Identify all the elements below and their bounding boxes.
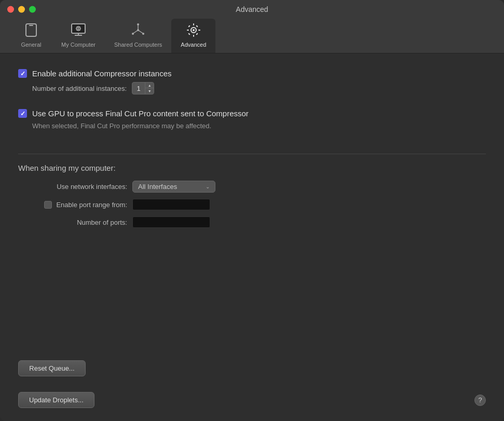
network-interfaces-dropdown[interactable]: All Interfaces ⌄ xyxy=(132,181,215,193)
tab-advanced[interactable]: Advanced xyxy=(171,19,215,53)
svg-rect-1 xyxy=(29,25,33,26)
gpu-checkmark-icon: ✓ xyxy=(20,111,25,117)
stepper-arrows: ▲ ▼ xyxy=(145,83,154,94)
window-title: Advanced xyxy=(236,5,268,13)
port-range-input[interactable] xyxy=(132,199,210,210)
close-button[interactable] xyxy=(7,6,14,13)
gpu-sub-text: When selected, Final Cut Pro performance… xyxy=(32,122,486,130)
enable-compressor-row: ✓ Enable additional Compressor instances xyxy=(18,69,486,78)
stepper-up-arrow[interactable]: ▲ xyxy=(145,83,154,88)
network-interfaces-row: Use network interfaces: All Interfaces ⌄ xyxy=(29,181,486,193)
tab-general[interactable]: General xyxy=(10,19,52,53)
minimize-button[interactable] xyxy=(18,6,25,13)
separator-1 xyxy=(18,154,486,154)
enable-compressor-checkbox[interactable]: ✓ xyxy=(18,69,27,78)
enable-compressor-label: Enable additional Compressor instances xyxy=(32,69,171,78)
window-controls xyxy=(7,6,36,13)
shared-computers-icon xyxy=(130,23,146,39)
advanced-icon xyxy=(186,23,201,39)
svg-rect-19 xyxy=(198,30,200,31)
main-content: ✓ Enable additional Compressor instances… xyxy=(0,53,504,421)
svg-rect-23 xyxy=(188,33,190,35)
help-button[interactable]: ? xyxy=(474,395,486,406)
port-range-row: Enable port range from: xyxy=(29,199,486,210)
checkmark-icon: ✓ xyxy=(20,71,25,77)
spacer xyxy=(18,249,486,360)
toolbar: General My Computer xyxy=(0,19,504,53)
svg-line-10 xyxy=(133,30,138,33)
svg-line-9 xyxy=(138,30,143,33)
num-ports-input[interactable] xyxy=(132,216,210,228)
svg-rect-17 xyxy=(193,35,194,37)
reset-queue-container: Reset Queue... xyxy=(18,360,486,376)
sharing-title: When sharing my computer: xyxy=(18,164,486,172)
tab-advanced-label: Advanced xyxy=(181,42,206,48)
my-computer-icon xyxy=(71,23,86,39)
port-range-label: Enable port range from: xyxy=(56,201,127,209)
port-range-checkbox[interactable] xyxy=(44,201,52,209)
gpu-section: ✓ Use GPU to process Final Cut Pro conte… xyxy=(18,109,486,130)
svg-point-11 xyxy=(137,23,139,25)
tab-my-computer[interactable]: My Computer xyxy=(52,19,105,53)
svg-point-15 xyxy=(193,29,195,31)
instance-stepper[interactable]: 1 ▲ ▼ xyxy=(132,82,154,94)
reset-queue-button[interactable]: Reset Queue... xyxy=(18,360,86,376)
use-gpu-label: Use GPU to process Final Cut Pro content… xyxy=(32,109,249,118)
tab-shared-computers-label: Shared Computers xyxy=(114,42,162,48)
use-gpu-row: ✓ Use GPU to process Final Cut Pro conte… xyxy=(18,109,486,118)
use-gpu-checkbox[interactable]: ✓ xyxy=(18,109,27,118)
num-ports-label: Number of ports: xyxy=(29,219,127,226)
compressor-instances-section: ✓ Enable additional Compressor instances… xyxy=(18,69,486,94)
svg-rect-16 xyxy=(193,23,194,25)
network-dropdown-value: All Interfaces xyxy=(138,183,177,191)
svg-point-12 xyxy=(142,33,144,35)
svg-rect-21 xyxy=(196,33,198,35)
tab-general-label: General xyxy=(21,42,41,48)
dropdown-chevron-icon: ⌄ xyxy=(206,184,210,189)
update-droplets-button[interactable]: Update Droplets... xyxy=(18,392,94,408)
bottom-row: Update Droplets... ? xyxy=(18,392,486,408)
tab-my-computer-label: My Computer xyxy=(61,42,96,48)
svg-point-13 xyxy=(132,33,134,35)
tab-shared-computers[interactable]: Shared Computers xyxy=(105,19,171,53)
network-label: Use network interfaces: xyxy=(29,183,127,191)
sharing-section: When sharing my computer: Use network in… xyxy=(18,164,486,234)
instance-count-label: Number of additional instances: xyxy=(32,85,127,92)
svg-rect-20 xyxy=(188,25,190,27)
maximize-button[interactable] xyxy=(29,6,36,13)
svg-rect-18 xyxy=(187,30,189,31)
num-ports-row: Number of ports: xyxy=(29,216,486,228)
app-window: Advanced General xyxy=(0,0,504,421)
general-icon xyxy=(24,23,38,39)
titlebar: Advanced xyxy=(0,0,504,19)
instance-count-row: Number of additional instances: 1 ▲ ▼ xyxy=(32,82,486,94)
stepper-value: 1 xyxy=(132,84,145,93)
stepper-down-arrow[interactable]: ▼ xyxy=(145,88,154,94)
svg-rect-22 xyxy=(196,25,198,27)
